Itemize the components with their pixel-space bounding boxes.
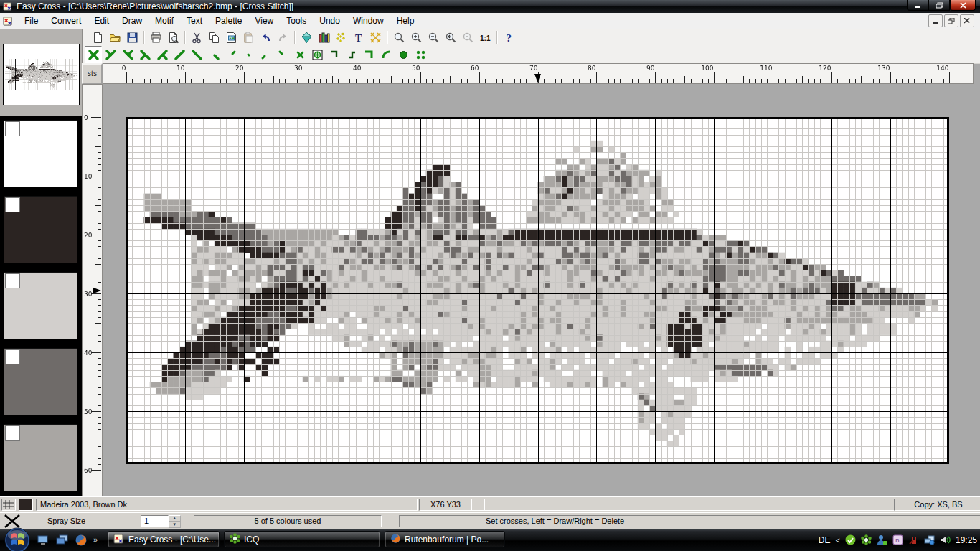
minimize-button[interactable] [907,0,928,11]
stitch-quarter-se-button[interactable] [205,46,222,63]
palette-swatch-1[interactable] [1,118,80,189]
close-button[interactable] [950,0,976,11]
menu-item-tools[interactable]: Tools [280,14,313,29]
zoom-in-button[interactable] [407,29,425,46]
toolbar-separator [494,30,500,44]
tray-collapse-chevron[interactable]: < [836,536,840,545]
menu-item-file[interactable]: File [18,14,44,29]
switch-windows-icon[interactable] [56,534,69,547]
menu-item-draw[interactable]: Draw [116,14,149,29]
grid-mode-icon[interactable] [1,499,16,511]
system-tray: DE < n 19:25 [819,529,977,551]
current-colour-name: Madeira 2003, Brown Dk [36,499,418,511]
convert-button[interactable] [298,29,315,46]
language-indicator[interactable]: DE [819,535,831,545]
mdi-child-buttons [928,14,974,27]
zoom-out-button[interactable] [425,29,442,46]
taskbar-button-3[interactable]: Rutenbauforum | Po... [385,531,505,548]
stitch-three-quarter-sw-button[interactable] [136,46,154,63]
palette-swatch-4[interactable] [1,346,80,418]
notebook-app-icon[interactable]: n [892,534,903,545]
mdi-minimize-button[interactable] [928,14,943,27]
toolbar-separator [182,30,188,44]
start-button[interactable] [4,527,31,551]
menu-item-motif[interactable]: Motif [149,14,180,29]
undo-button[interactable] [257,29,274,46]
stitch-half-forward-button[interactable] [171,46,188,63]
clock[interactable]: 19:25 [956,535,977,545]
stitch-full-cross-button[interactable] [85,46,102,63]
save-button[interactable] [123,29,141,46]
palette-swatch-3[interactable] [1,270,80,342]
spray-button[interactable] [332,29,349,46]
messenger-status-icon[interactable] [877,534,887,545]
stitch-beads-button[interactable] [412,46,429,63]
firefox-quicklaunch-icon[interactable] [75,534,88,547]
stitch-three-quarter-se-button[interactable] [154,46,171,63]
stitch-backstitch-curve-button[interactable] [377,46,395,63]
stitch-special-stitch-button[interactable] [308,46,326,63]
print-button[interactable] [147,29,164,46]
safely-remove-icon[interactable] [908,534,919,545]
text-button[interactable]: T [349,29,367,46]
stitch-quarter-sw-button[interactable] [257,46,274,63]
update-check-icon[interactable] [845,534,856,545]
spray-down-arrow[interactable]: ▼ [169,522,181,528]
menu-item-convert[interactable]: Convert [44,14,88,29]
menu-item-window[interactable]: Window [347,14,390,29]
spray-up-arrow[interactable]: ▲ [169,515,181,522]
menu-item-edit[interactable]: Edit [88,14,116,29]
taskbar-button-label: Easy Cross - [C:\Use... [128,534,216,545]
menu-item-text[interactable]: Text [180,14,209,29]
app-icon [3,1,13,11]
help-button[interactable]: ? [500,29,517,46]
current-colour-chip[interactable] [19,499,33,511]
stitch-french-knot-button[interactable] [395,46,412,63]
spray-size-stepper[interactable]: 1 ▲▼ [141,515,181,527]
taskbar-button-2[interactable]: ICQ [224,531,380,548]
show-desktop-icon[interactable] [37,534,50,547]
menu-item-view[interactable]: View [248,14,280,29]
stitch-backstitch-step-button[interactable] [343,46,360,63]
pattern-preview [3,44,80,105]
mdi-close-button[interactable] [960,14,974,27]
status-bar-colour: Madeira 2003, Brown Dk X76 Y33 Copy: XS,… [0,496,980,513]
new-button[interactable] [89,29,106,46]
menu-item-help[interactable]: Help [390,14,421,29]
menu-bar: FileConvertEditDrawMotifTextPaletteViewT… [0,13,980,29]
stitch-half-back-button[interactable] [188,46,205,63]
palette-swatch-2[interactable] [1,194,80,265]
stitch-three-quarter-ne-button[interactable] [102,46,119,63]
menu-item-palette[interactable]: Palette [209,14,248,29]
volume-icon[interactable] [940,534,951,545]
motif-button[interactable] [367,29,384,46]
open-button[interactable] [106,29,123,46]
actual-size-button[interactable]: 1:1 [476,29,494,46]
icq-tray-icon[interactable] [861,534,872,545]
copy-button[interactable] [205,29,222,46]
import-picture-button[interactable] [222,29,240,46]
menu-item-undo[interactable]: Undo [313,14,347,29]
stitch-quarter-dot-button[interactable] [240,46,257,63]
print-preview-button[interactable] [164,29,182,46]
stitch-quarter-nw-button[interactable] [274,46,291,63]
stitch-backstitch-corner-button[interactable] [326,46,343,63]
mdi-restore-button[interactable] [944,14,958,27]
ruler-unit-box: sts [82,63,103,84]
maximize-button[interactable] [928,0,950,11]
stitch-petite-cross-button[interactable] [291,46,308,63]
taskbar-button-1[interactable]: Easy Cross - [C:\Use... [108,531,220,548]
stitch-quarter-ne-button[interactable] [222,46,240,63]
cut-button[interactable] [188,29,205,46]
spray-size-value[interactable]: 1 [141,515,169,527]
palette-colors-button[interactable] [315,29,332,46]
cross-stitch-grid[interactable] [126,117,949,464]
stitch-backstitch-angle-button[interactable] [360,46,377,63]
palette-swatch-5[interactable] [1,422,80,494]
network-status-icon[interactable] [924,534,935,545]
quicklaunch-overflow-chevron[interactable]: » [93,535,98,544]
zoom-fit-button[interactable] [442,29,459,46]
toolbar-separator [141,30,147,44]
zoom-button[interactable] [390,29,407,46]
stitch-three-quarter-nw-button[interactable] [119,46,136,63]
